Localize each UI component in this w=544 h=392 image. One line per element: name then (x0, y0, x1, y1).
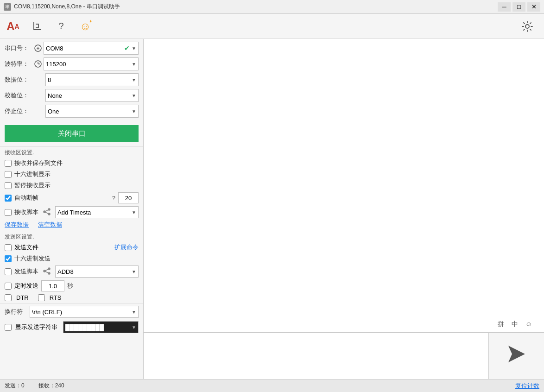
send-area-container (144, 333, 544, 379)
auto-frame-value-input[interactable]: 20 (118, 192, 139, 203)
auto-frame-label: 自动断帧 (14, 194, 38, 202)
timestamp-value: Add Timesta (57, 209, 132, 216)
port-select[interactable]: COM8 ✔ ▼ (44, 42, 139, 55)
timestamp-arrow: ▼ (132, 210, 136, 215)
receive-script-icon (43, 208, 51, 217)
dtr-checkbox[interactable] (5, 294, 12, 301)
baud-select-value: 115200 (46, 61, 132, 68)
send-script-select[interactable]: ADD8 ▼ (55, 266, 139, 278)
timer-value-input[interactable] (41, 280, 64, 291)
ext-command-button[interactable]: 扩展命令 (114, 243, 139, 252)
hex-send-checkbox[interactable] (5, 255, 12, 262)
reset-count-button[interactable]: 复位计数 (515, 382, 539, 390)
save-to-file-checkbox[interactable] (5, 160, 12, 167)
databits-label: 数据位： (5, 76, 32, 84)
font-icon[interactable]: AA (5, 18, 21, 35)
window-title: COM8,115200,None,8,One - 串口调试助手 (14, 3, 120, 11)
port-check-icon: ✔ (124, 44, 130, 52)
receive-count: 接收：240 (38, 382, 64, 390)
send-file-label: 发送文件 (14, 243, 38, 252)
show-send-checkbox[interactable] (5, 324, 12, 331)
stopbits-arrow: ▼ (132, 109, 136, 114)
hex-send-label: 十六进制发送 (14, 254, 51, 263)
clear-data-button[interactable]: 清空数据 (38, 221, 62, 229)
svg-marker-17 (508, 346, 525, 362)
receive-script-checkbox[interactable] (5, 209, 12, 216)
parity-select[interactable]: None ▼ (45, 89, 139, 102)
auto-frame-row: 自动断帧 ? 20 (0, 191, 143, 205)
newline-arrow: ▼ (132, 310, 136, 315)
save-to-file-row: 接收并保存到文件 (0, 158, 143, 169)
timer-send-checkbox[interactable] (5, 283, 12, 290)
timer-send-row: 定时发送 秒 (0, 279, 143, 293)
hex-display-checkbox[interactable] (5, 171, 12, 178)
rts-checkbox[interactable] (38, 294, 45, 301)
main-area: 串口号： COM8 ✔ ▼ 波特率： (0, 39, 544, 379)
maximize-button[interactable]: □ (512, 2, 525, 12)
dtr-rts-row: DTR RTS (0, 293, 143, 303)
port-label: 串口号： (5, 44, 32, 52)
svg-point-0 (525, 25, 529, 28)
databits-arrow: ▼ (132, 77, 136, 82)
receive-script-row: 接收脚本 Add Timesta ▼ (0, 205, 143, 220)
title-bar-left: 串 COM8,115200,None,8,One - 串口调试助手 (4, 3, 120, 11)
status-bar: 发送：0 接收：240 复位计数 (0, 379, 544, 392)
help-icon[interactable]: ? (53, 18, 70, 35)
port-icon (32, 43, 44, 54)
send-settings-title: 发送区设置. (0, 231, 143, 242)
status-left: 发送：0 接收：240 (5, 382, 515, 390)
receive-content (144, 39, 544, 332)
settings-icon[interactable] (519, 18, 536, 35)
close-port-button[interactable]: 关闭串口 (5, 125, 139, 142)
crop-icon[interactable] (29, 18, 45, 35)
parity-label: 校验位： (5, 91, 32, 100)
databits-row: 数据位： 8 ▼ (5, 73, 139, 86)
left-panel: 串口号： COM8 ✔ ▼ 波特率： (0, 39, 144, 379)
send-textarea[interactable] (144, 333, 488, 379)
newline-label: 换行符 (5, 308, 26, 316)
dtr-label: DTR (16, 294, 29, 301)
send-count: 发送：0 (5, 382, 25, 390)
send-file-row: 发送文件 扩展命令 (0, 242, 143, 253)
hex-display-label: 十六进制显示 (14, 170, 51, 178)
baud-select[interactable]: 115200 ▼ (44, 57, 139, 70)
send-script-row: 发送脚本 ADD8 ▼ (0, 264, 143, 279)
close-button[interactable]: ✕ (527, 2, 540, 12)
minimize-button[interactable]: ─ (498, 2, 511, 12)
send-button[interactable] (488, 333, 544, 379)
newline-row: 换行符 \r\n (CRLF) ▼ (0, 303, 143, 320)
send-file-checkbox[interactable] (5, 244, 12, 251)
ime-status: 拼 中 ☺ (498, 320, 535, 329)
databits-select[interactable]: 8 ▼ (45, 73, 139, 86)
smile-icon[interactable]: ☺✦ (77, 18, 94, 35)
send-script-checkbox[interactable] (5, 268, 12, 275)
save-data-button[interactable]: 保存数据 (5, 221, 29, 229)
toolbar: AA ? ☺✦ (0, 14, 544, 39)
timer-send-label: 定时发送 (14, 282, 38, 290)
receive-area[interactable]: 拼 中 ☺ (144, 39, 544, 333)
send-color-select[interactable]: █████████ ▼ (63, 321, 139, 333)
auto-frame-help[interactable]: ? (112, 195, 115, 202)
port-row: 串口号： COM8 ✔ ▼ (5, 42, 139, 55)
svg-point-10 (48, 213, 50, 215)
hex-display-row: 十六进制显示 (0, 169, 143, 180)
timestamp-select[interactable]: Add Timesta ▼ (55, 206, 139, 218)
send-script-icon (43, 267, 51, 276)
app-icon: 串 (4, 3, 11, 11)
newline-select[interactable]: \r\n (CRLF) ▼ (30, 306, 139, 318)
auto-frame-checkbox[interactable] (5, 195, 12, 202)
receive-settings-title: 接收区设置. (0, 146, 143, 158)
pause-receive-checkbox[interactable] (5, 182, 12, 189)
stopbits-row: 停止位： One ▼ (5, 105, 139, 118)
show-send-row: 显示发送字符串 █████████ ▼ (0, 320, 143, 335)
stopbits-label: 停止位： (5, 107, 32, 115)
receive-script-label: 接收脚本 (14, 208, 38, 216)
stopbits-select[interactable]: One ▼ (45, 105, 139, 118)
send-script-arrow: ▼ (132, 269, 136, 274)
send-script-value: ADD8 (57, 268, 132, 275)
port-settings: 串口号： COM8 ✔ ▼ 波特率： (0, 39, 143, 123)
port-dropdown-arrow: ▼ (132, 46, 136, 51)
title-bar: 串 COM8,115200,None,8,One - 串口调试助手 ─ □ ✕ (0, 0, 544, 14)
svg-point-15 (48, 272, 50, 274)
send-color-arrow: ▼ (132, 325, 136, 330)
